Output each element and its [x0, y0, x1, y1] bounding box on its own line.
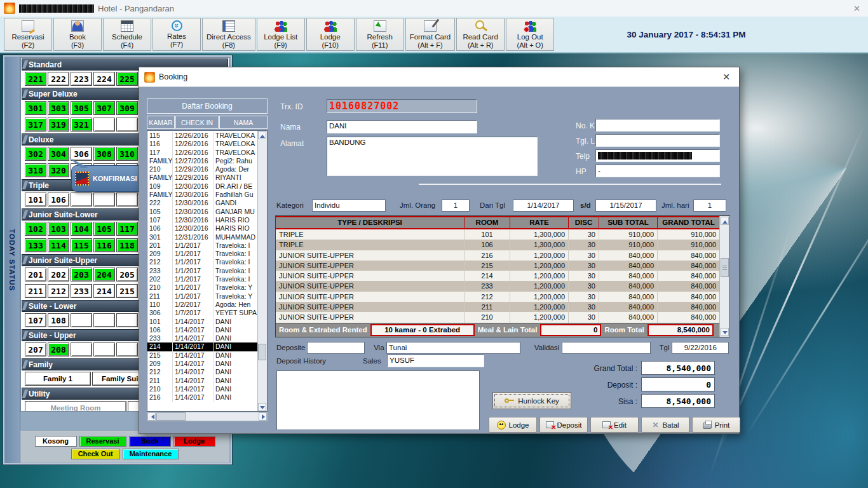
booking-list-row[interactable]: 2111/1/2017Traveloka: Y	[147, 292, 258, 301]
room-201[interactable]: 201	[25, 268, 46, 281]
telp-field[interactable]	[595, 149, 720, 162]
room-207[interactable]: 207	[25, 342, 46, 356]
charge-table-row[interactable]: JUNIOR SUITE-UPPER2331,200,00030840,0008…	[276, 281, 720, 291]
charge-table-row[interactable]: JUNIOR SUITE-UPPER2161,200,00030840,0008…	[276, 250, 720, 261]
booking-list-row[interactable]: 2151/14/2017DANI	[147, 351, 258, 360]
booking-list-row[interactable]: 2101/1/2017Traveloka: Y	[147, 283, 258, 292]
ktp-field[interactable]	[595, 119, 720, 132]
room-106[interactable]: 106	[48, 193, 69, 207]
room-224[interactable]: 224	[93, 72, 115, 86]
booking-list-row[interactable]: 3061/7/2017YEYET SUPA	[147, 309, 258, 317]
room-221[interactable]: 221	[25, 72, 46, 86]
orang-field[interactable]: 1	[442, 200, 470, 212]
toolbar-button[interactable]: Refresh (F11)	[356, 18, 404, 51]
charge-table-row[interactable]: TRIPLE1061,300,00030910,000910,000	[276, 240, 720, 250]
booking-list-row[interactable]: 2091/14/2017DANI	[147, 360, 258, 368]
booking-list-row[interactable]: 2331/14/2017DANI	[147, 334, 258, 342]
booking-list-row[interactable]: 10612/30/2016HARIS RIO	[147, 224, 258, 233]
booking-list-row[interactable]: 11712/26/2016TRAVELOKA	[147, 149, 258, 157]
room-302[interactable]: 302	[25, 147, 46, 161]
scroll-thumb[interactable]	[156, 412, 186, 421]
booking-list-row[interactable]: 1101/2/2017Agoda: Hen	[147, 301, 258, 309]
booking-list-row[interactable]: 11612/26/2016TRAVELOKA	[147, 140, 258, 148]
scroll-down-button[interactable]	[721, 328, 729, 336]
booking-list-row[interactable]: 22212/30/2016GANDI	[147, 199, 258, 207]
toolbar-button[interactable]: Book (F3)	[53, 18, 102, 51]
room-225[interactable]: 225	[116, 72, 138, 86]
sd-field[interactable]: 1/15/2017	[595, 200, 656, 212]
booking-list-row[interactable]: 2331/1/2017Traveloka: I	[147, 267, 258, 275]
scroll-thumb[interactable]	[258, 344, 266, 360]
booking-list-row[interactable]: 10512/30/2016GANJAR MU	[147, 208, 258, 216]
dialog-button[interactable]: Batal	[641, 417, 689, 433]
booking-list-row[interactable]: 2141/14/2017DANI	[147, 342, 258, 351]
history-area[interactable]	[276, 370, 480, 430]
scroll-left-button[interactable]	[147, 412, 156, 421]
room-115[interactable]: 115	[71, 238, 92, 252]
booking-list-row[interactable]: 21012/29/2016Agoda: Der	[147, 165, 258, 173]
booking-list-row[interactable]: 2091/1/2017Traveloka: I	[147, 250, 258, 258]
room-233[interactable]: 233	[71, 284, 92, 298]
toolbar-button[interactable]: Lodge (F10)	[306, 18, 355, 51]
table-column-header[interactable]: RATE	[510, 217, 569, 228]
toolbar-button[interactable]: Schedule (F4)	[103, 18, 151, 51]
booking-list-row[interactable]: 10712/30/2016HARIS RIO	[147, 216, 258, 224]
room-118[interactable]: 118	[116, 238, 138, 252]
toolbar-button[interactable]: Read Card (Alt + R)	[456, 18, 505, 51]
booking-list-row[interactable]: 1061/14/2017DANI	[147, 326, 258, 334]
booking-list-row[interactable]: FAMILY12/27/2016Pegi2: Rahu	[147, 157, 258, 165]
room-108[interactable]: 108	[48, 313, 69, 327]
toolbar-button[interactable]: Lodge List (F9)	[257, 18, 305, 51]
dari-field[interactable]: 1/14/2017	[513, 200, 574, 212]
booking-list-row[interactable]: 2011/1/2017Traveloka: I	[147, 241, 258, 250]
table-column-header[interactable]: GRAND TOTAL	[658, 217, 720, 228]
room-305[interactable]: 305	[71, 101, 92, 115]
scroll-right-button[interactable]	[259, 412, 267, 421]
table-column-header[interactable]: DISC	[569, 217, 599, 228]
hari-field[interactable]: 1	[693, 200, 726, 212]
booking-list-row[interactable]: 2101/14/2017DANI	[147, 385, 258, 393]
room-309[interactable]: 309	[116, 101, 138, 115]
booking-list-row[interactable]: 10912/30/2016DR.ARI / BE	[147, 182, 258, 191]
room-318[interactable]: 318	[25, 163, 46, 177]
charge-table-row[interactable]: JUNIOR SUITE-UPPER2101,200,00030840,0008…	[276, 312, 720, 322]
booking-list-row[interactable]: 2111/14/2017DANI	[147, 377, 258, 385]
deposite-field[interactable]	[307, 342, 365, 354]
room-304[interactable]: 304	[48, 147, 69, 161]
booking-list-row[interactable]: 30112/31/2016MUHAMMAD	[147, 233, 258, 241]
room-205[interactable]: 205	[116, 268, 138, 281]
room-202[interactable]: 202	[48, 268, 69, 281]
booking-list-row[interactable]: FAMILY12/30/2016Fadhillah Gu	[147, 191, 258, 199]
dialog-close-icon[interactable]: ✕	[722, 72, 730, 82]
nama-field[interactable]: DANI	[327, 120, 477, 133]
toolbar-button[interactable]: Log Out (Alt + O)	[506, 18, 554, 51]
scroll-down-button[interactable]	[258, 403, 266, 411]
tgl-field[interactable]: 9/22/2016	[672, 342, 729, 354]
room-301[interactable]: 301	[25, 101, 46, 115]
booking-list-row[interactable]: 2161/14/2017DANI	[147, 393, 258, 402]
room-133[interactable]: 133	[25, 238, 46, 252]
kategori-field[interactable]: Individu	[312, 200, 386, 212]
room-116[interactable]: 116	[93, 238, 115, 252]
room-222[interactable]: 222	[48, 72, 69, 86]
room-103[interactable]: 103	[48, 222, 69, 236]
room-104[interactable]: 104	[71, 222, 92, 236]
booking-list-row[interactable]: FAMILY12/29/2016RIYANTI	[147, 173, 258, 182]
room-223[interactable]: 223	[71, 72, 92, 86]
validasi-field[interactable]	[562, 342, 650, 354]
table-v-scrollbar[interactable]	[719, 216, 729, 337]
toolbar-button[interactable]: Format Card (Alt + F)	[405, 18, 456, 51]
room-101[interactable]: 101	[25, 193, 46, 207]
charge-table-row[interactable]: JUNIOR SUITE-UPPER2121,200,00030840,0008…	[276, 292, 720, 302]
booking-list-row[interactable]: 2021/1/2017Traveloka: I	[147, 275, 258, 283]
room-211[interactable]: 211	[25, 284, 46, 298]
list-column-header[interactable]: NAMA	[219, 116, 268, 129]
room-317[interactable]: 317	[25, 118, 46, 132]
charge-table-row[interactable]: JUNIOR SUITE-UPPER2141,200,00030840,0008…	[276, 271, 720, 281]
dialog-button[interactable]: Deposit	[539, 417, 588, 433]
room-214[interactable]: 214	[93, 284, 115, 298]
room-114[interactable]: 114	[48, 238, 69, 252]
room-303[interactable]: 303	[48, 101, 69, 115]
close-icon[interactable]: ✕	[853, 4, 860, 13]
via-field[interactable]: Tunai	[386, 342, 520, 354]
